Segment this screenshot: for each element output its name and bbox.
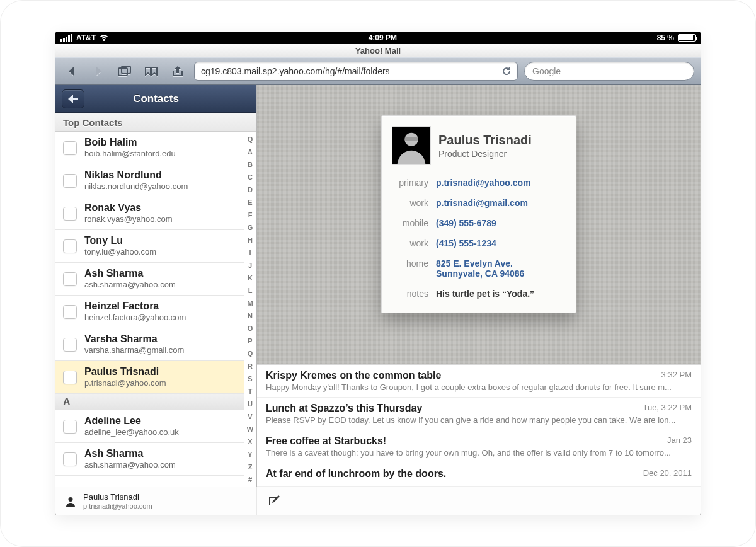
forward-button[interactable]: [88, 62, 108, 80]
contact-row[interactable]: Ash Sharmaash.sharma@yahoo.com: [55, 263, 244, 296]
contact-row[interactable]: Ronak Vyasronak.vyas@yahoo.com: [55, 197, 244, 230]
contact-row[interactable]: Adeline Leeadeline_lee@yahoo.co.uk: [55, 410, 244, 443]
checkbox[interactable]: [63, 420, 77, 434]
email-row[interactable]: Lunch at Spazzo’s this ThursdayTue, 3:22…: [257, 398, 701, 430]
index-letter[interactable]: S: [248, 372, 252, 385]
index-letter[interactable]: V: [248, 410, 252, 423]
label-home: home: [392, 258, 428, 279]
index-letter[interactable]: Q: [248, 133, 253, 146]
reload-button[interactable]: [500, 64, 513, 78]
label-work-phone: work: [392, 238, 428, 248]
sidebar-title: Contacts: [133, 93, 179, 105]
contact-row[interactable]: Ash Sharmaash.sharma@yahoo.com: [55, 443, 244, 476]
nav-back-button[interactable]: [62, 89, 84, 108]
index-letter[interactable]: X: [248, 435, 252, 448]
index-letter[interactable]: D: [248, 183, 253, 196]
index-letter[interactable]: B: [248, 158, 253, 171]
checkbox[interactable]: [63, 239, 77, 253]
carrier-label: AT&T: [76, 33, 96, 42]
index-letter[interactable]: P: [248, 335, 252, 347]
contact-email: heinzel.factora@yahoo.com: [84, 313, 186, 323]
index-letter[interactable]: L: [248, 284, 253, 297]
compose-button[interactable]: [266, 493, 284, 510]
index-letter[interactable]: Y: [248, 448, 252, 461]
index-letter[interactable]: I: [249, 246, 251, 259]
email-row[interactable]: Krispy Kremes on the common table3:32 PM…: [257, 365, 701, 398]
contact-email: niklas.nordlund@yahoo.com: [84, 182, 188, 192]
contact-email: adeline_lee@yahoo.co.uk: [84, 428, 179, 437]
home-address[interactable]: 825 E. Evelyn Ave.Sunnyvale, CA 94086: [436, 258, 566, 279]
alpha-index[interactable]: QABCDEFGHIJKLMNOPQRSTUVWXYZ#: [245, 132, 255, 487]
screen: AT&T 4:09 PM 85 % Yahoo! Mail cg19.c803.…: [55, 32, 701, 515]
notes-text: His turtle pet is “Yoda.”: [436, 289, 566, 299]
index-letter[interactable]: K: [248, 272, 253, 284]
checkbox[interactable]: [63, 272, 77, 286]
index-letter[interactable]: H: [248, 234, 253, 246]
back-button[interactable]: [62, 62, 82, 80]
email-time: Jan 23: [667, 435, 692, 445]
checkbox[interactable]: [63, 305, 77, 319]
checkbox[interactable]: [63, 338, 77, 352]
index-letter[interactable]: C: [248, 171, 253, 183]
primary-email[interactable]: p.trisnadi@yahoo.com: [436, 178, 566, 188]
checkbox[interactable]: [63, 371, 77, 384]
contact-card: Paulus Trisnadi Product Designer primary…: [381, 115, 576, 313]
index-letter[interactable]: J: [248, 259, 252, 272]
share-button[interactable]: [168, 62, 188, 80]
email-row[interactable]: Free coffee at Starbucks!Jan 23There is …: [257, 430, 701, 463]
index-letter[interactable]: W: [247, 423, 253, 435]
index-letter[interactable]: F: [248, 209, 253, 221]
email-subject: Krispy Kremes on the common table: [266, 370, 692, 381]
index-letter[interactable]: #: [248, 473, 252, 486]
wifi-icon: [100, 34, 108, 42]
label-primary: primary: [392, 178, 428, 188]
search-field[interactable]: Google: [524, 62, 694, 81]
contact-row[interactable]: Tony Lutony.lu@yahoo.com: [55, 230, 244, 263]
letter-header: A: [55, 394, 244, 410]
label-notes: notes: [392, 289, 428, 299]
tabs-button[interactable]: [115, 62, 135, 80]
url-field[interactable]: cg19.c803.mail.sp2.yahoo.com/hg/#/mail/f…: [194, 62, 518, 81]
checkbox[interactable]: [63, 207, 77, 221]
index-letter[interactable]: U: [248, 398, 253, 410]
checkbox[interactable]: [63, 174, 77, 188]
index-letter[interactable]: M: [247, 297, 253, 309]
index-letter[interactable]: T: [248, 385, 253, 398]
contact-row[interactable]: Paulus Trisnadip.trisnadi@yahoo.com: [55, 361, 244, 394]
contact-row[interactable]: Boib Halimboib.halim@stanford.edu: [55, 132, 244, 164]
index-letter[interactable]: Z: [248, 461, 253, 473]
clock: 4:09 PM: [369, 33, 397, 42]
email-preview: There is a caveat though: you have to br…: [266, 448, 692, 458]
contact-name: Paulus Trisnadi: [84, 366, 166, 377]
checkbox[interactable]: [63, 452, 77, 466]
index-letter[interactable]: E: [248, 196, 252, 209]
index-letter[interactable]: G: [248, 221, 253, 234]
checkbox[interactable]: [63, 141, 77, 155]
contact-row[interactable]: Heinzel Factoraheinzel.factora@yahoo.com: [55, 296, 244, 328]
app-body: Contacts Top Contacts Boib Halimboib.hal…: [55, 85, 701, 487]
main-panel: Paulus Trisnadi Product Designer primary…: [257, 85, 701, 487]
email-row[interactable]: At far end of lunchroom by the doors.Dec…: [257, 463, 701, 487]
svg-rect-4: [404, 137, 418, 141]
contact-name: Ronak Vyas: [84, 202, 173, 214]
bookmarks-button[interactable]: [141, 62, 161, 80]
index-letter[interactable]: O: [248, 322, 253, 335]
current-user-name: Paulus Trisnadi: [83, 493, 152, 502]
bottom-bar: Paulus Trisnadi p.trisnadi@yahoo.com: [55, 487, 701, 515]
contact-row[interactable]: Niklas Nordlundniklas.nordlund@yahoo.com: [55, 164, 244, 197]
contact-row[interactable]: Varsha Sharmavarsha.sharma@gmail.com: [55, 328, 244, 361]
label-mobile: mobile: [392, 218, 428, 228]
current-user[interactable]: Paulus Trisnadi p.trisnadi@yahoo.com: [55, 487, 257, 515]
battery-icon: [678, 34, 696, 42]
email-subject: Lunch at Spazzo’s this Thursday: [266, 403, 692, 414]
mobile-phone[interactable]: (349) 555-6789: [436, 218, 566, 228]
work-phone[interactable]: (415) 555-1234: [436, 238, 566, 248]
search-placeholder: Google: [532, 66, 561, 76]
work-email[interactable]: p.trisnadi@gmail.com: [436, 198, 566, 208]
index-letter[interactable]: N: [248, 309, 253, 322]
contact-email: varsha.sharma@gmail.com: [84, 346, 184, 355]
index-letter[interactable]: A: [248, 146, 253, 158]
index-letter[interactable]: Q: [248, 347, 253, 360]
contacts-list[interactable]: Boib Halimboib.halim@stanford.eduNiklas …: [55, 132, 256, 487]
index-letter[interactable]: R: [248, 360, 253, 372]
